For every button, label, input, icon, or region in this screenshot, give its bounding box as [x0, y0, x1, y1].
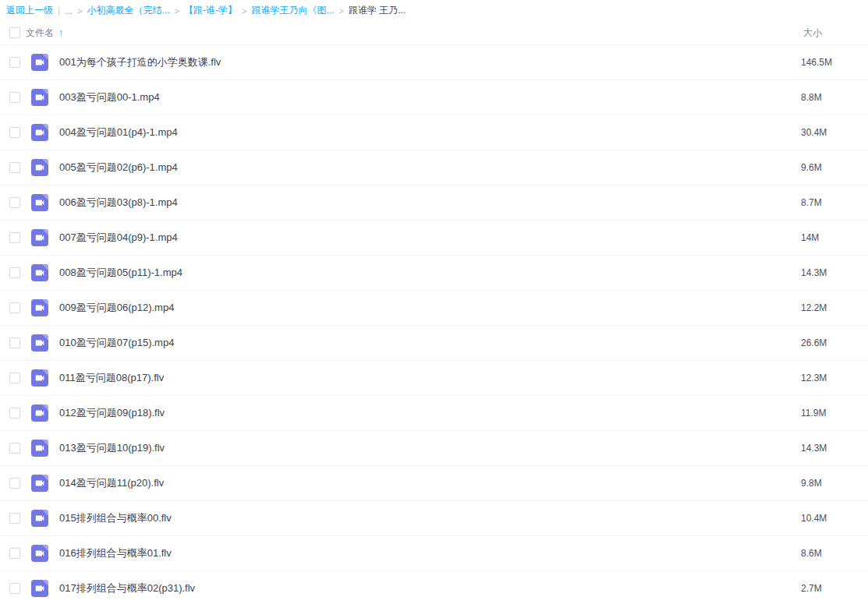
column-header-filename[interactable]: 文件名 ↑: [26, 26, 63, 40]
table-row[interactable]: 003盈亏问题00-1.mp4 8.8M: [0, 79, 868, 115]
row-checkbox[interactable]: [9, 302, 20, 313]
video-file-icon: [31, 264, 48, 281]
row-checkbox[interactable]: [9, 408, 20, 419]
table-row[interactable]: 017排列组合与概率02(p31).flv 2.7M: [0, 570, 868, 604]
file-name-link[interactable]: 007盈亏问题04(p9)-1.mp4: [59, 231, 801, 245]
video-camera-glyph: [34, 583, 45, 594]
table-row[interactable]: 016排列组合与概率01.flv 8.6M: [0, 535, 868, 570]
file-size: 10.4M: [801, 513, 868, 524]
video-file-icon: [31, 369, 48, 387]
breadcrumb-separator: >: [242, 6, 246, 16]
row-checkbox[interactable]: [9, 478, 20, 489]
table-row[interactable]: 004盈亏问题01(p4)-1.mp4 30.4M: [0, 115, 868, 150]
file-size: 146.5M: [801, 57, 868, 68]
table-row[interactable]: 012盈亏问题09(p18).flv 11.9M: [0, 395, 868, 430]
file-size: 26.6M: [801, 337, 868, 348]
row-checkbox[interactable]: [9, 127, 20, 138]
breadcrumb-collapsed-ellipsis[interactable]: ...: [65, 5, 73, 16]
select-all-checkbox[interactable]: [9, 27, 20, 38]
video-camera-glyph: [34, 57, 45, 68]
breadcrumb-item-2[interactable]: 【跟-谁-学】: [184, 4, 237, 17]
file-name-link[interactable]: 011盈亏问题08(p17).flv: [59, 371, 801, 385]
table-row[interactable]: 006盈亏问题03(p8)-1.mp4 8.7M: [0, 185, 868, 220]
file-name-link[interactable]: 001为每个孩子打造的小学奥数课.flv: [59, 55, 801, 69]
table-row[interactable]: 007盈亏问题04(p9)-1.mp4 14M: [0, 220, 868, 255]
table-row[interactable]: 013盈亏问题10(p19).flv 14.3M: [0, 430, 868, 465]
column-header-size[interactable]: 大小: [801, 26, 868, 40]
breadcrumb-item-1[interactable]: 小初高最全（完结...: [87, 4, 170, 17]
row-checkbox[interactable]: [9, 162, 20, 173]
file-size: 12.2M: [801, 302, 868, 313]
file-name-link[interactable]: 009盈亏问题06(p12).mp4: [59, 301, 801, 315]
breadcrumb-separator: >: [77, 6, 82, 16]
file-size: 8.8M: [801, 92, 868, 103]
table-row[interactable]: 014盈亏问题11(p20).flv 9.8M: [0, 465, 868, 500]
video-camera-glyph: [34, 373, 45, 383]
file-name-link[interactable]: 004盈亏问题01(p4)-1.mp4: [59, 125, 801, 140]
video-camera-glyph: [34, 478, 45, 489]
video-file-icon: [31, 229, 48, 246]
video-file-icon: [31, 334, 48, 351]
video-camera-glyph: [34, 232, 45, 243]
breadcrumb-divider: |: [58, 5, 60, 16]
table-row[interactable]: 001为每个孩子打造的小学奥数课.flv 146.5M: [0, 44, 868, 79]
video-camera-glyph: [34, 302, 45, 313]
file-name-link[interactable]: 008盈亏问题05(p11)-1.mp4: [59, 266, 801, 280]
video-camera-glyph: [34, 513, 45, 524]
file-name-link[interactable]: 014盈亏问题11(p20).flv: [59, 476, 801, 490]
video-camera-glyph: [34, 548, 45, 559]
video-camera-glyph: [34, 127, 45, 138]
row-checkbox[interactable]: [9, 513, 20, 524]
breadcrumb-back-link[interactable]: 返回上一级: [6, 4, 53, 17]
file-name-link[interactable]: 012盈亏问题09(p18).flv: [59, 406, 801, 420]
file-name-link[interactable]: 015排列组合与概率00.flv: [59, 511, 801, 525]
sort-ascending-icon[interactable]: ↑: [58, 27, 63, 38]
file-name-link[interactable]: 013盈亏问题10(p19).flv: [59, 441, 801, 455]
file-list: 001为每个孩子打造的小学奥数课.flv 146.5M 003盈亏问题00-1.…: [0, 44, 868, 604]
video-file-icon: [31, 299, 48, 316]
file-name-link[interactable]: 005盈亏问题02(p6)-1.mp4: [59, 161, 801, 175]
video-camera-glyph: [34, 92, 45, 103]
file-name-link[interactable]: 017排列组合与概率02(p31).flv: [59, 581, 801, 595]
file-size: 11.9M: [801, 408, 868, 419]
breadcrumb-current-folder: 跟谁学 王乃...: [349, 4, 406, 17]
row-checkbox[interactable]: [9, 443, 20, 454]
row-checkbox[interactable]: [9, 232, 20, 243]
breadcrumb-separator: >: [338, 6, 343, 16]
file-name-link[interactable]: 006盈亏问题03(p8)-1.mp4: [59, 196, 801, 210]
table-row[interactable]: 008盈亏问题05(p11)-1.mp4 14.3M: [0, 255, 868, 290]
table-row[interactable]: 005盈亏问题02(p6)-1.mp4 9.6M: [0, 150, 868, 185]
row-checkbox[interactable]: [9, 57, 20, 68]
table-header: 文件名 ↑ 大小: [0, 21, 868, 44]
row-checkbox[interactable]: [9, 583, 20, 594]
breadcrumb-separator: >: [175, 6, 179, 16]
video-camera-glyph: [34, 197, 45, 208]
row-checkbox[interactable]: [9, 267, 20, 278]
video-file-icon: [31, 124, 48, 141]
video-file-icon: [31, 89, 48, 106]
file-size: 30.4M: [801, 127, 868, 138]
table-row[interactable]: 009盈亏问题06(p12).mp4 12.2M: [0, 290, 868, 325]
row-checkbox[interactable]: [9, 197, 20, 208]
video-file-icon: [31, 194, 48, 211]
file-size: 9.8M: [801, 478, 868, 489]
row-checkbox[interactable]: [9, 337, 20, 348]
table-row[interactable]: 010盈亏问题07(p15).mp4 26.6M: [0, 325, 868, 360]
file-name-link[interactable]: 003盈亏问题00-1.mp4: [59, 90, 801, 104]
video-file-icon: [31, 580, 48, 597]
file-size: 2.7M: [801, 583, 868, 594]
video-file-icon: [31, 510, 48, 527]
video-file-icon: [31, 159, 48, 176]
video-file-icon: [31, 404, 48, 422]
row-checkbox[interactable]: [9, 373, 20, 383]
breadcrumb: 返回上一级 | ... > 小初高最全（完结... > 【跟-谁-学】 > 跟谁…: [0, 0, 868, 21]
file-size: 9.6M: [801, 162, 868, 173]
file-name-link[interactable]: 010盈亏问题07(p15).mp4: [59, 336, 801, 350]
table-row[interactable]: 011盈亏问题08(p17).flv 12.3M: [0, 360, 868, 395]
table-row[interactable]: 015排列组合与概率00.flv 10.4M: [0, 500, 868, 535]
row-checkbox[interactable]: [9, 92, 20, 103]
file-size: 8.7M: [801, 197, 868, 208]
row-checkbox[interactable]: [9, 548, 20, 559]
breadcrumb-item-3[interactable]: 跟谁学王乃向《图...: [251, 4, 334, 17]
file-name-link[interactable]: 016排列组合与概率01.flv: [59, 546, 801, 560]
